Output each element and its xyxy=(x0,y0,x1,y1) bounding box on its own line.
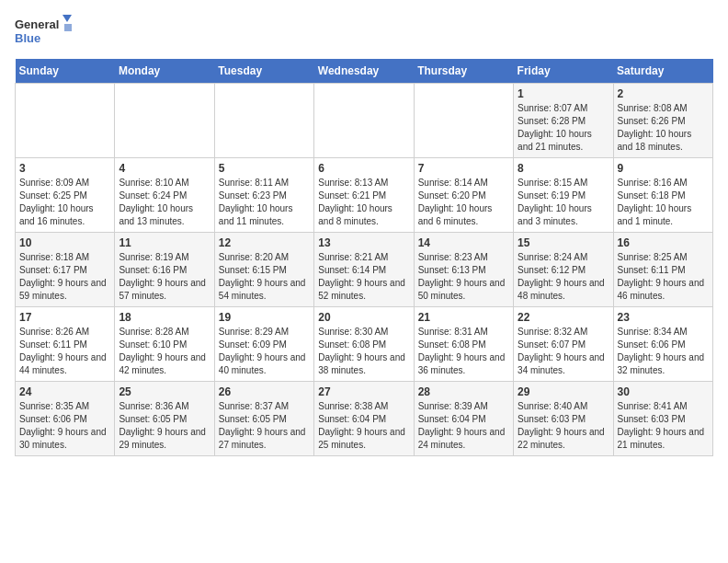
day-info: Sunrise: 8:31 AM Sunset: 6:08 PM Dayligh… xyxy=(418,326,509,377)
calendar-week-2: 3Sunrise: 8:09 AM Sunset: 6:25 PM Daylig… xyxy=(16,158,713,233)
calendar-cell: 27Sunrise: 8:38 AM Sunset: 6:04 PM Dayli… xyxy=(314,382,414,456)
day-number: 25 xyxy=(119,385,210,398)
day-info: Sunrise: 8:16 AM Sunset: 6:18 PM Dayligh… xyxy=(618,177,709,228)
day-number: 5 xyxy=(219,162,310,175)
calendar-cell: 16Sunrise: 8:25 AM Sunset: 6:11 PM Dayli… xyxy=(613,233,712,307)
calendar-cell: 18Sunrise: 8:28 AM Sunset: 6:10 PM Dayli… xyxy=(115,307,214,382)
calendar-cell: 24Sunrise: 8:35 AM Sunset: 6:06 PM Dayli… xyxy=(16,382,115,456)
calendar-week-3: 10Sunrise: 8:18 AM Sunset: 6:17 PM Dayli… xyxy=(16,233,713,307)
calendar-week-5: 24Sunrise: 8:35 AM Sunset: 6:06 PM Dayli… xyxy=(16,382,713,456)
weekday-header-saturday: Saturday xyxy=(613,59,712,84)
calendar-week-1: 1Sunrise: 8:07 AM Sunset: 6:28 PM Daylig… xyxy=(16,84,713,158)
calendar-cell xyxy=(314,84,414,158)
weekday-header-monday: Monday xyxy=(115,59,214,84)
calendar-cell: 9Sunrise: 8:16 AM Sunset: 6:18 PM Daylig… xyxy=(613,158,712,233)
calendar-cell: 21Sunrise: 8:31 AM Sunset: 6:08 PM Dayli… xyxy=(414,307,513,382)
calendar-cell: 19Sunrise: 8:29 AM Sunset: 6:09 PM Dayli… xyxy=(214,307,313,382)
day-info: Sunrise: 8:24 AM Sunset: 6:12 PM Dayligh… xyxy=(518,251,609,303)
day-info: Sunrise: 8:18 AM Sunset: 6:17 PM Dayligh… xyxy=(19,251,110,303)
day-info: Sunrise: 8:28 AM Sunset: 6:10 PM Dayligh… xyxy=(119,326,210,377)
weekday-header-row: SundayMondayTuesdayWednesdayThursdayFrid… xyxy=(16,59,713,84)
calendar-header: SundayMondayTuesdayWednesdayThursdayFrid… xyxy=(16,59,713,84)
day-info: Sunrise: 8:09 AM Sunset: 6:25 PM Dayligh… xyxy=(19,177,110,228)
day-info: Sunrise: 8:32 AM Sunset: 6:07 PM Dayligh… xyxy=(518,326,609,377)
calendar-cell: 25Sunrise: 8:36 AM Sunset: 6:05 PM Dayli… xyxy=(115,382,214,456)
calendar-cell: 20Sunrise: 8:30 AM Sunset: 6:08 PM Dayli… xyxy=(314,307,414,382)
calendar-cell: 5Sunrise: 8:11 AM Sunset: 6:23 PM Daylig… xyxy=(214,158,313,233)
day-info: Sunrise: 8:35 AM Sunset: 6:06 PM Dayligh… xyxy=(19,400,110,452)
day-number: 7 xyxy=(418,162,509,175)
day-info: Sunrise: 8:19 AM Sunset: 6:16 PM Dayligh… xyxy=(119,251,210,303)
day-number: 23 xyxy=(618,311,709,324)
day-number: 8 xyxy=(518,162,609,175)
calendar-cell: 12Sunrise: 8:20 AM Sunset: 6:15 PM Dayli… xyxy=(214,233,313,307)
day-number: 16 xyxy=(618,236,709,249)
calendar-cell xyxy=(115,84,214,158)
day-info: Sunrise: 8:26 AM Sunset: 6:11 PM Dayligh… xyxy=(19,326,110,377)
day-number: 22 xyxy=(518,311,609,324)
day-number: 18 xyxy=(119,311,210,324)
calendar-cell: 29Sunrise: 8:40 AM Sunset: 6:03 PM Dayli… xyxy=(514,382,613,456)
day-number: 13 xyxy=(318,236,409,249)
calendar-cell: 8Sunrise: 8:15 AM Sunset: 6:19 PM Daylig… xyxy=(514,158,613,233)
day-info: Sunrise: 8:29 AM Sunset: 6:09 PM Dayligh… xyxy=(219,326,310,377)
day-number: 24 xyxy=(19,385,110,398)
logo: General Blue xyxy=(15,15,79,52)
day-number: 1 xyxy=(518,87,609,100)
day-number: 26 xyxy=(219,385,310,398)
calendar-week-4: 17Sunrise: 8:26 AM Sunset: 6:11 PM Dayli… xyxy=(16,307,713,382)
svg-text:Blue: Blue xyxy=(15,31,40,45)
svg-text:General: General xyxy=(15,17,59,31)
calendar-cell: 15Sunrise: 8:24 AM Sunset: 6:12 PM Dayli… xyxy=(514,233,613,307)
logo-svg: General Blue xyxy=(15,15,79,52)
calendar-cell: 28Sunrise: 8:39 AM Sunset: 6:04 PM Dayli… xyxy=(414,382,513,456)
calendar-cell: 1Sunrise: 8:07 AM Sunset: 6:28 PM Daylig… xyxy=(514,84,613,158)
day-number: 4 xyxy=(119,162,210,175)
calendar-cell: 22Sunrise: 8:32 AM Sunset: 6:07 PM Dayli… xyxy=(514,307,613,382)
day-number: 11 xyxy=(119,236,210,249)
day-info: Sunrise: 8:14 AM Sunset: 6:20 PM Dayligh… xyxy=(418,177,509,228)
day-number: 27 xyxy=(318,385,409,398)
day-number: 30 xyxy=(618,385,709,398)
day-info: Sunrise: 8:38 AM Sunset: 6:04 PM Dayligh… xyxy=(318,400,409,452)
svg-marker-2 xyxy=(63,15,72,22)
weekday-header-tuesday: Tuesday xyxy=(214,59,313,84)
calendar-cell: 13Sunrise: 8:21 AM Sunset: 6:14 PM Dayli… xyxy=(314,233,414,307)
day-info: Sunrise: 8:25 AM Sunset: 6:11 PM Dayligh… xyxy=(618,251,709,303)
day-info: Sunrise: 8:34 AM Sunset: 6:06 PM Dayligh… xyxy=(618,326,709,377)
day-number: 10 xyxy=(19,236,110,249)
day-info: Sunrise: 8:07 AM Sunset: 6:28 PM Dayligh… xyxy=(518,102,609,154)
calendar-cell: 6Sunrise: 8:13 AM Sunset: 6:21 PM Daylig… xyxy=(314,158,414,233)
day-number: 19 xyxy=(219,311,310,324)
weekday-header-friday: Friday xyxy=(514,59,613,84)
weekday-header-thursday: Thursday xyxy=(414,59,513,84)
calendar-cell: 3Sunrise: 8:09 AM Sunset: 6:25 PM Daylig… xyxy=(16,158,115,233)
calendar-cell: 7Sunrise: 8:14 AM Sunset: 6:20 PM Daylig… xyxy=(414,158,513,233)
calendar-body: 1Sunrise: 8:07 AM Sunset: 6:28 PM Daylig… xyxy=(16,84,713,456)
day-number: 3 xyxy=(19,162,110,175)
calendar-cell: 2Sunrise: 8:08 AM Sunset: 6:26 PM Daylig… xyxy=(613,84,712,158)
calendar-cell: 26Sunrise: 8:37 AM Sunset: 6:05 PM Dayli… xyxy=(214,382,313,456)
day-number: 2 xyxy=(618,87,709,100)
calendar-cell xyxy=(16,84,115,158)
day-info: Sunrise: 8:39 AM Sunset: 6:04 PM Dayligh… xyxy=(418,400,509,452)
calendar-cell: 23Sunrise: 8:34 AM Sunset: 6:06 PM Dayli… xyxy=(613,307,712,382)
page-header: General Blue xyxy=(15,15,713,52)
day-number: 9 xyxy=(618,162,709,175)
calendar-cell: 30Sunrise: 8:41 AM Sunset: 6:03 PM Dayli… xyxy=(613,382,712,456)
svg-rect-3 xyxy=(64,24,72,31)
weekday-header-wednesday: Wednesday xyxy=(314,59,414,84)
day-number: 20 xyxy=(318,311,409,324)
day-number: 29 xyxy=(518,385,609,398)
day-info: Sunrise: 8:11 AM Sunset: 6:23 PM Dayligh… xyxy=(219,177,310,228)
day-info: Sunrise: 8:10 AM Sunset: 6:24 PM Dayligh… xyxy=(119,177,210,228)
calendar-cell: 14Sunrise: 8:23 AM Sunset: 6:13 PM Dayli… xyxy=(414,233,513,307)
day-number: 17 xyxy=(19,311,110,324)
day-info: Sunrise: 8:23 AM Sunset: 6:13 PM Dayligh… xyxy=(418,251,509,303)
day-info: Sunrise: 8:21 AM Sunset: 6:14 PM Dayligh… xyxy=(318,251,409,303)
day-info: Sunrise: 8:37 AM Sunset: 6:05 PM Dayligh… xyxy=(219,400,310,452)
calendar-table: SundayMondayTuesdayWednesdayThursdayFrid… xyxy=(15,59,713,456)
day-info: Sunrise: 8:36 AM Sunset: 6:05 PM Dayligh… xyxy=(119,400,210,452)
day-number: 21 xyxy=(418,311,509,324)
day-number: 15 xyxy=(518,236,609,249)
